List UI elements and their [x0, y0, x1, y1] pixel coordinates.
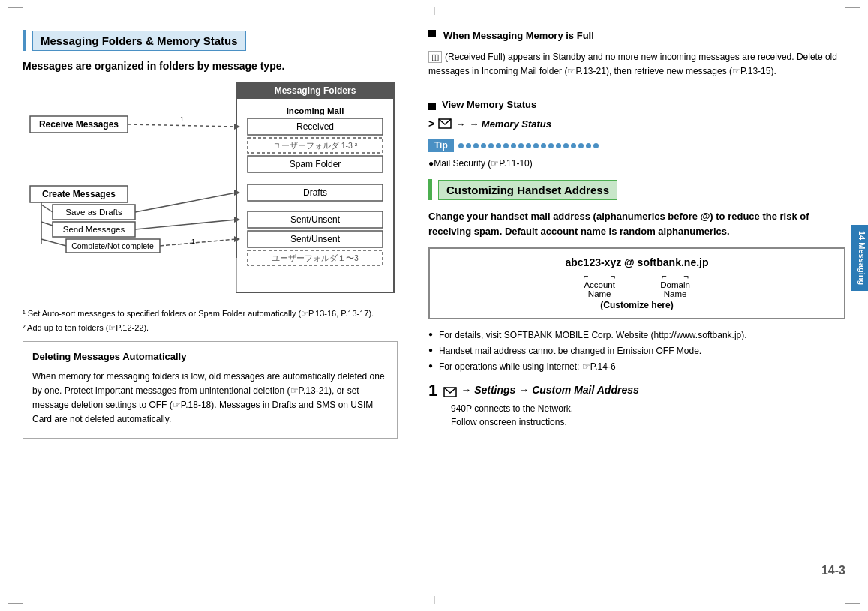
- svg-text:Complete/Not complete: Complete/Not complete: [71, 241, 154, 250]
- svg-rect-12: [248, 211, 383, 228]
- view-memory-square-icon: [428, 103, 436, 110]
- bullet-item-3: For operations while using Internet: ☞P.…: [428, 360, 845, 373]
- when-full-section: When Messaging Memory is Full ◫(Received…: [428, 30, 845, 79]
- svg-rect-29: [66, 239, 160, 253]
- svg-line-35: [135, 193, 236, 212]
- svg-text:Send Messages: Send Messages: [63, 225, 125, 234]
- svg-text:Save as Drafts: Save as Drafts: [65, 208, 122, 217]
- svg-text:Drafts: Drafts: [303, 187, 327, 198]
- svg-rect-0: [236, 82, 394, 292]
- svg-marker-38: [234, 217, 240, 223]
- footnotes: ¹ Set Auto-sort messages to specified fo…: [23, 307, 398, 334]
- info-box-text: When memory for messaging folders is low…: [32, 370, 388, 427]
- svg-text:1: 1: [191, 238, 195, 245]
- account-label: Account: [584, 280, 615, 289]
- corner-mark-br: [845, 589, 860, 604]
- svg-text:Receive Messages: Receive Messages: [39, 119, 119, 130]
- bullet-item-2: Handset mail address cannot be changed i…: [428, 344, 845, 358]
- tip-label: Tip: [428, 139, 454, 152]
- bullet-item-1: For details, visit SOFTBANK MOBILE Corp.…: [428, 328, 845, 342]
- svg-text:ユーザーフォルダ 1-3 ²: ユーザーフォルダ 1-3 ²: [273, 141, 358, 150]
- customizing-header-bar: [428, 179, 432, 200]
- svg-line-34: [41, 239, 66, 246]
- intro-text: Messages are organized in folders by mes…: [23, 60, 398, 72]
- step-section: 1 → Settings → Custom Mail Address 940P …: [428, 382, 845, 429]
- when-full-text: ◫(Received Full) appears in Standby and …: [428, 50, 845, 79]
- address-box: abc123-xyz @ softbank.ne.jp ⌐ ¬ Account …: [428, 247, 845, 319]
- svg-rect-4: [248, 118, 383, 135]
- left-column: Messaging Folders & Memory Status Messag…: [23, 30, 413, 581]
- svg-text:1: 1: [180, 115, 184, 123]
- address-main: abc123-xyz @ softbank.ne.jp: [437, 256, 836, 268]
- svg-line-39: [160, 239, 236, 246]
- svg-text:Create Messages: Create Messages: [42, 189, 116, 199]
- diagram-svg: Messaging Folders Incoming Mail Received…: [23, 82, 398, 300]
- svg-marker-36: [234, 190, 240, 196]
- svg-rect-1: [236, 82, 394, 99]
- svg-line-20: [128, 124, 236, 127]
- step-mail-icon: [443, 387, 457, 397]
- svg-rect-25: [53, 205, 135, 220]
- step-number: 1: [428, 382, 437, 399]
- svg-rect-10: [248, 184, 383, 201]
- customizing-title: Customizing Handset Address: [438, 180, 617, 200]
- info-box: Deleting Messages Automatically When mem…: [23, 341, 398, 439]
- view-memory-section: View Memory Status > → → Memory Status: [428, 99, 845, 130]
- svg-rect-23: [30, 186, 128, 202]
- svg-text:Spam Folder: Spam Folder: [290, 159, 341, 169]
- tip-content: ●Mail Security (☞P.11-10): [428, 158, 845, 169]
- address-customize: (Customize here): [437, 300, 836, 310]
- svg-text:Received: Received: [296, 121, 334, 132]
- step-sub: 940P connects to the Network.Follow onsc…: [428, 402, 845, 429]
- corner-mark-tr: [845, 7, 860, 22]
- view-memory-title: View Memory Status: [442, 99, 536, 110]
- bottom-center-mark: [434, 596, 434, 604]
- customizing-section: Customizing Handset Address Change your …: [428, 179, 845, 429]
- svg-marker-21: [234, 124, 240, 130]
- diagram-area: Messaging Folders Incoming Mail Received…: [23, 82, 398, 300]
- domain-label2: Name: [664, 289, 687, 298]
- info-box-title: Deleting Messages Automatically: [32, 349, 388, 365]
- svg-marker-40: [234, 236, 240, 242]
- svg-rect-6: [248, 138, 383, 153]
- svg-text:ユーザーフォルダ１〜3: ユーザーフォルダ１〜3: [272, 253, 359, 262]
- header-bar: [23, 30, 26, 51]
- corner-mark-tl: [8, 7, 23, 22]
- footnote-2: ² Add up to ten folders (☞P.12-22).: [23, 322, 398, 334]
- bullet-list: For details, visit SOFTBANK MOBILE Corp.…: [428, 328, 845, 373]
- account-label2: Name: [588, 289, 611, 298]
- customizing-header: Customizing Handset Address: [428, 179, 845, 200]
- tip-dots: [458, 143, 599, 148]
- svg-line-37: [135, 220, 236, 229]
- svg-rect-14: [248, 231, 383, 247]
- svg-rect-16: [248, 250, 383, 265]
- when-full-title: When Messaging Memory is Full: [443, 30, 594, 41]
- view-memory-step: > → → Memory Status: [428, 118, 845, 130]
- left-section-header: Messaging Folders & Memory Status: [23, 30, 398, 51]
- right-column: When Messaging Memory is Full ◫(Received…: [413, 30, 845, 581]
- svg-text:Incoming Mail: Incoming Mail: [287, 106, 344, 115]
- svg-rect-27: [53, 222, 135, 237]
- domain-label: Domain: [660, 280, 690, 289]
- black-square-icon: [428, 30, 436, 37]
- svg-line-32: [41, 205, 53, 212]
- left-section-title: Messaging Folders & Memory Status: [32, 31, 246, 51]
- svg-rect-18: [30, 116, 128, 133]
- top-center-mark: [434, 7, 434, 15]
- svg-text:Sent/Unsent: Sent/Unsent: [290, 214, 341, 225]
- chapter-tab: 14 Messaging: [851, 225, 868, 291]
- svg-text:Sent/Unsent: Sent/Unsent: [290, 234, 341, 244]
- svg-rect-8: [248, 156, 383, 172]
- svg-line-33: [41, 222, 53, 226]
- step-content: → Settings → Custom Mail Address: [461, 384, 639, 396]
- customizing-intro: Change your handset mail address (alphan…: [428, 209, 845, 238]
- memory-status-link: → Memory Status: [469, 118, 551, 130]
- mail-icon: [438, 118, 452, 129]
- corner-mark-bl: [8, 589, 23, 604]
- svg-text:Messaging Folders: Messaging Folders: [275, 85, 356, 96]
- footnote-1: ¹ Set Auto-sort messages to specified fo…: [23, 307, 398, 320]
- tip-section: Tip: [428, 139, 845, 152]
